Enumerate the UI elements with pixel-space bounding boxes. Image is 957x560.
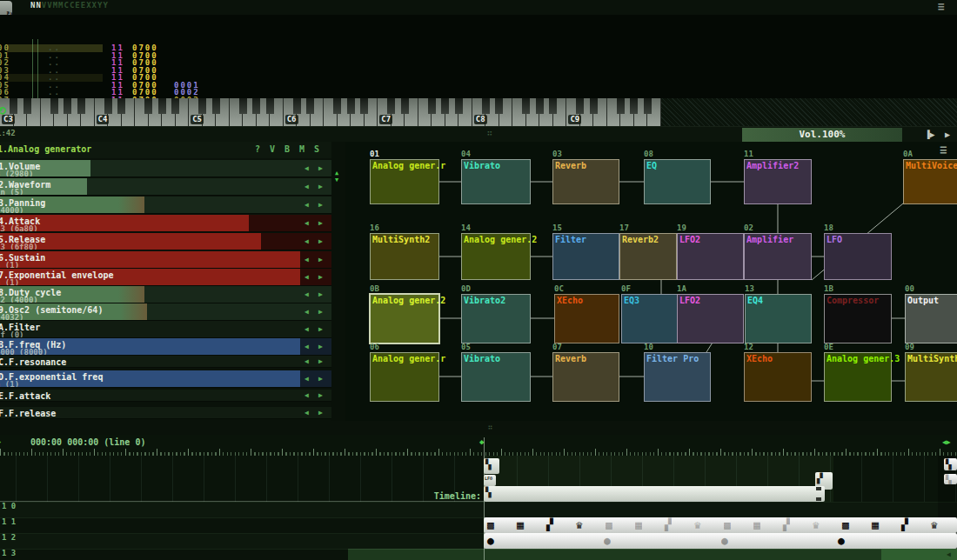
black-key[interactable]	[576, 98, 584, 114]
black-key[interactable]	[590, 98, 598, 114]
controller-9-osc2-semitone-64-[interactable]: 9.Osc2 (semitone/64)(4032)◀▶	[0, 303, 331, 321]
module-lfo2[interactable]: LFO2	[677, 294, 744, 343]
loop-icon[interactable]: ⟲	[0, 105, 6, 117]
increment-arrow[interactable]: ▶	[318, 325, 323, 333]
module-xecho[interactable]: XEcho	[744, 352, 812, 402]
panel-button-m[interactable]: M	[299, 145, 304, 154]
timeline-lane[interactable]	[0, 502, 957, 517]
black-key[interactable]	[536, 98, 544, 114]
decrement-arrow[interactable]: ◀	[304, 409, 309, 417]
black-key[interactable]	[306, 98, 314, 114]
controller-c-f-resonance[interactable]: C.F.resonance◀▶	[0, 356, 331, 368]
panel-button-v[interactable]: V	[270, 145, 275, 154]
black-key[interactable]	[428, 98, 436, 114]
increment-arrow[interactable]: ▶	[318, 409, 323, 417]
increment-arrow[interactable]: ▶	[318, 290, 323, 298]
module-amplifier2[interactable]: Amplifier2	[744, 159, 812, 204]
increment-arrow[interactable]: ▶	[318, 183, 323, 190]
module-reverb2[interactable]: Reverb2	[619, 233, 677, 280]
panel-splitter[interactable]: ▲ ▼	[331, 142, 345, 421]
module-xecho[interactable]: XEcho	[554, 294, 619, 343]
module-multivoice-s[interactable]: MultiVoice S	[903, 159, 957, 204]
module-reverb[interactable]: Reverb	[552, 352, 619, 402]
module-grid-menu-icon[interactable]: ≡	[940, 144, 947, 156]
play-from-start-button[interactable]: ▐▶	[925, 130, 934, 140]
decrement-arrow[interactable]: ◀	[304, 256, 309, 263]
module-filter-pro[interactable]: Filter Pro	[644, 352, 711, 402]
black-key[interactable]	[401, 98, 409, 114]
module-vibrato[interactable]: Vibrato	[461, 352, 531, 402]
module-reverb[interactable]: Reverb	[552, 159, 619, 204]
pattern-editor[interactable]: 00..11070001..11070002..11070003..110700…	[0, 15, 957, 98]
timeline-pattern-row[interactable]: ▩▦▞♛▩▦▞♛▩▦▞♛▩▦▞♛▩	[484, 517, 957, 533]
panel-button-b[interactable]: B	[284, 145, 290, 154]
controller-b-f-freq-hz-[interactable]: B.F.freq (Hz)4000 (8000)◀▶	[0, 338, 331, 356]
black-key[interactable]	[198, 98, 206, 114]
controller-a-filter[interactable]: A.Filterff (0)◀▶	[0, 321, 331, 338]
increment-arrow[interactable]: ▶	[318, 256, 323, 263]
module-amplifier[interactable]: Amplifier	[744, 233, 812, 280]
module-vibrato2[interactable]: Vibrato2	[461, 294, 531, 343]
black-key[interactable]	[64, 98, 71, 114]
increment-arrow[interactable]: ▶	[318, 308, 323, 316]
increment-arrow[interactable]: ▶	[318, 164, 323, 172]
black-key[interactable]	[617, 98, 625, 114]
decrement-arrow[interactable]: ◀	[304, 219, 309, 227]
hamburger-menu-icon[interactable]: ≡	[938, 2, 945, 12]
decrement-arrow[interactable]: ◀	[304, 357, 309, 365]
black-key[interactable]	[144, 98, 152, 114]
module-compressor[interactable]: Compressor	[824, 294, 892, 343]
controller-e-f-attack[interactable]: E.F.attack◀▶	[0, 390, 331, 402]
controller-2-waveform[interactable]: 2.Waveformin (5)◀▶	[0, 178, 331, 196]
controller-1-volume[interactable]: 1.Volume8 (2980)◀▶	[0, 160, 331, 177]
black-key[interactable]	[347, 98, 355, 114]
module-analog-gener-r[interactable]: Analog gener.r	[370, 352, 439, 402]
panel-button-?[interactable]: ?	[255, 145, 260, 154]
black-key[interactable]	[23, 98, 31, 114]
controller-8-duty-cycle[interactable]: 8.Duty cycle12 (4000)◀▶	[0, 286, 331, 303]
decrement-arrow[interactable]: ◀	[304, 343, 309, 350]
increment-arrow[interactable]: ▶	[318, 357, 323, 365]
decrement-arrow[interactable]: ◀	[304, 375, 309, 383]
increment-arrow[interactable]: ▶	[318, 237, 323, 245]
black-key[interactable]	[495, 98, 503, 114]
decrement-arrow[interactable]: ◀	[304, 308, 309, 316]
module-multisynth2[interactable]: MultiSynth2	[370, 233, 439, 280]
timeline-green-bar[interactable]	[348, 549, 881, 560]
black-key[interactable]	[333, 98, 341, 114]
controller-f-f-release[interactable]: F.F.release◀▶	[0, 407, 331, 419]
timeline-right-marker-icon[interactable]: ◀▶	[942, 438, 951, 446]
black-key[interactable]	[158, 98, 166, 114]
decrement-arrow[interactable]: ◀	[304, 325, 309, 333]
increment-arrow[interactable]: ▶	[318, 343, 323, 350]
play-button[interactable]: ▶	[945, 130, 950, 139]
black-key[interactable]	[252, 98, 260, 114]
timeline-ruler[interactable]	[0, 449, 957, 456]
module-analog-gener-3[interactable]: Analog gener.3	[824, 352, 892, 402]
timeline-pattern-row[interactable]: ●●●●	[484, 533, 957, 549]
controller-d-f-exponential-freq[interactable]: D.F.exponential freqn (1)◀▶	[0, 370, 331, 388]
module-output[interactable]: Output	[905, 294, 957, 343]
black-key[interactable]	[455, 98, 463, 114]
black-key[interactable]	[630, 98, 638, 114]
black-key[interactable]	[104, 98, 112, 114]
black-key[interactable]	[77, 98, 85, 114]
timeline-green-bar[interactable]	[881, 549, 957, 560]
black-key[interactable]	[522, 98, 530, 114]
increment-arrow[interactable]: ▶	[318, 391, 323, 399]
module-analog-gener-2[interactable]: Analog gener.2	[461, 233, 531, 280]
increment-arrow[interactable]: ▶	[318, 201, 323, 209]
module-filter[interactable]: Filter	[552, 233, 619, 280]
black-key[interactable]	[212, 98, 220, 114]
black-key[interactable]	[50, 98, 58, 114]
black-key[interactable]	[482, 98, 490, 114]
decrement-arrow[interactable]: ◀	[304, 273, 309, 281]
volume-slider[interactable]: Vol.100%	[742, 128, 902, 142]
module-lfo[interactable]: LFO	[824, 233, 892, 280]
timeline[interactable]: 000:00 000:00 (line 0) ◆ ◆ ◀▶ Timeline: …	[0, 435, 957, 560]
increment-arrow[interactable]: ▶	[318, 219, 323, 227]
module-lfo2[interactable]: LFO2	[677, 233, 744, 280]
black-key[interactable]	[171, 98, 179, 114]
black-key[interactable]	[360, 98, 368, 114]
increment-arrow[interactable]: ▶	[318, 273, 323, 281]
